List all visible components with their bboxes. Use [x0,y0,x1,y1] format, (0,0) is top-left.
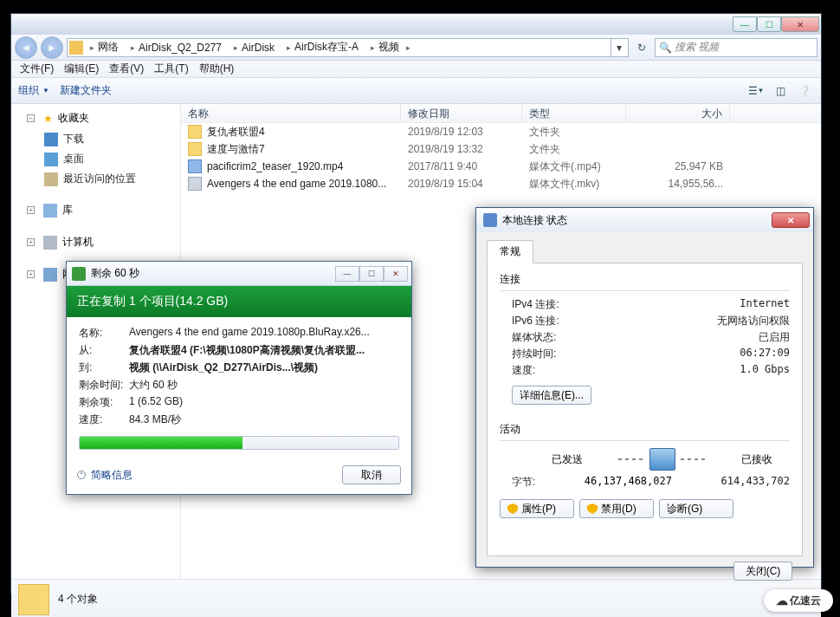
menu-help[interactable]: 帮助(H) [194,60,240,78]
fewer-details-link[interactable]: ˄简略信息 [77,468,132,483]
close-button[interactable]: ✕ [781,16,819,32]
copy-progress-dialog: 剩余 60 秒 — ☐ ✕ 正在复制 1 个项目(14.2 GB) 名称:Ave… [66,261,412,495]
diagnose-button[interactable]: 诊断(G) [659,499,733,518]
new-folder-button[interactable]: 新建文件夹 [60,83,112,98]
conn-key: 持续时间: [500,347,556,361]
menu-edit[interactable]: 编辑(E) [59,60,104,78]
breadcrumb-item[interactable]: ▸网络 [85,38,124,56]
details-button[interactable]: 详细信息(E)... [512,386,591,405]
cloud-icon: ☁ [776,594,788,607]
conn-key: 媒体状态: [500,330,556,345]
search-input[interactable]: 🔍 搜索 视频 [655,38,817,57]
collapse-icon[interactable]: − [27,114,35,122]
sidebar-computer[interactable]: +计算机 [11,231,180,253]
conn-value: 已启用 [759,330,790,345]
maximize-button[interactable]: ☐ [359,266,384,282]
status-text: 4 个对象 [58,592,98,607]
sidebar-libraries[interactable]: +库 [11,199,180,221]
expand-icon[interactable]: + [27,206,35,214]
copy-to: 视频 (\\AirDisk_Q2_D277\AirDis...\视频) [129,360,399,375]
preview-pane-button[interactable]: ◫ [771,81,790,101]
menu-view[interactable]: 查看(V) [104,60,149,78]
view-options-button[interactable]: ☰ ▼ [746,81,766,101]
network-icon [43,268,57,282]
properties-button[interactable]: 属性(P) [500,499,574,518]
dialog-titlebar[interactable]: 剩余 60 秒 — ☐ ✕ [67,262,411,286]
breadcrumb-dropdown[interactable]: ▾ [611,39,626,56]
label-remain: 剩余时间: [79,378,129,393]
bytes-sent: 46,137,468,027 [535,475,720,490]
column-name[interactable]: 名称 [181,104,401,122]
computer-icon [43,236,57,250]
menu-tools[interactable]: 工具(T) [149,60,193,78]
folder-icon [18,584,49,615]
menu-file[interactable]: 文件(F) [15,60,59,78]
progress-fill [80,437,242,449]
conn-key: IPv6 连接: [500,314,559,328]
tab-general[interactable]: 常规 [487,240,533,263]
command-bar: 组织 ▼ 新建文件夹 ☰ ▼ ◫ ❔ [11,78,821,104]
help-button[interactable]: ❔ [795,81,814,101]
chevron-up-icon: ˄ [77,471,86,479]
mp4-icon [188,159,202,173]
label-items: 剩余项: [79,395,129,410]
folder-icon [188,142,202,156]
file-type: 文件夹 [522,123,626,141]
column-type[interactable]: 类型 [522,104,626,122]
nav-toolbar: ◄ ► ▸网络 ▸AirDisk_Q2_D277 ▸AirDisk ▸AirDi… [11,35,821,61]
copy-speed: 84.3 MB/秒 [129,412,399,427]
breadcrumb[interactable]: ▸网络 ▸AirDisk_Q2_D277 ▸AirDisk ▸AirDisk存宝… [67,38,629,57]
file-size [626,130,730,133]
copy-banner: 正在复制 1 个项目(14.2 GB) [67,286,411,317]
nav-back-button[interactable]: ◄ [15,36,37,59]
breadcrumb-item[interactable]: ▸视频▸ [365,38,416,56]
file-size: 25,947 KB [626,159,730,174]
file-row[interactable]: 速度与激情72019/8/19 13:32文件夹 [181,140,821,158]
expand-icon[interactable]: + [27,270,35,278]
minimize-button[interactable]: — [335,266,359,282]
watermark: ☁亿速云 [764,589,833,612]
sidebar-favorites[interactable]: −★收藏夹 [11,107,180,129]
nav-forward-button[interactable]: ► [41,36,63,59]
expand-icon[interactable]: + [27,238,35,246]
dialog-titlebar[interactable]: 本地连接 状态 ✕ [476,208,813,232]
search-placeholder: 搜索 视频 [675,40,719,55]
column-date[interactable]: 修改日期 [401,104,522,122]
organize-button[interactable]: 组织 ▼ [18,83,49,98]
sidebar-item-recent[interactable]: 最近访问的位置 [11,169,180,189]
conn-value: 06:27:09 [740,347,790,361]
breadcrumb-item[interactable]: ▸AirDisk存宝-A [281,38,364,56]
file-name: Avengers 4 the end game 2019.1080... [207,178,386,190]
file-date: 2019/8/19 15:04 [401,176,522,192]
copy-from: 复仇者联盟4 (F:\视频\1080P高清视频\复仇者联盟... [129,343,399,358]
disable-button[interactable]: 禁用(D) [579,499,654,518]
network-status-dialog: 本地连接 状态 ✕ 常规 连接 IPv4 连接:InternetIPv6 连接:… [475,207,814,568]
tab-strip: 常规 [487,239,803,263]
refresh-button[interactable]: ↻ [632,38,651,57]
copy-icon [72,267,86,281]
maximize-button[interactable]: ☐ [757,16,781,32]
file-date: 2019/8/19 13:32 [401,141,522,157]
file-row[interactable]: Avengers 4 the end game 2019.1080...2019… [181,175,821,192]
window-titlebar[interactable]: — ☐ ✕ [11,14,821,35]
sidebar-item-desktop[interactable]: 桌面 [11,149,180,169]
close-dialog-button[interactable]: 关闭(C) [733,562,792,581]
bytes-recv: 614,433,702 [721,475,790,490]
minimize-button[interactable]: — [733,16,757,32]
dialog-title: 本地连接 状态 [502,213,567,228]
file-date: 2017/8/11 9:40 [401,159,522,174]
file-row[interactable]: pacificrim2_teaser_1920.mp42017/8/11 9:4… [181,158,821,175]
sidebar-item-downloads[interactable]: 下载 [11,129,180,149]
cancel-button[interactable]: 取消 [342,465,401,484]
conn-value: 1.0 Gbps [740,363,790,378]
copy-remaining: 大约 60 秒 [129,378,399,393]
close-button[interactable]: ✕ [384,266,408,282]
column-size[interactable]: 大小 [626,104,730,122]
library-icon [43,204,57,218]
bytes-label: 字节: [500,475,535,490]
breadcrumb-item[interactable]: ▸AirDisk [229,40,280,55]
close-button[interactable]: ✕ [772,212,810,228]
breadcrumb-item[interactable]: ▸AirDisk_Q2_D277 [126,40,227,55]
file-type: 媒体文件(.mkv) [522,175,626,193]
file-row[interactable]: 复仇者联盟42019/8/19 12:03文件夹 [181,123,821,140]
